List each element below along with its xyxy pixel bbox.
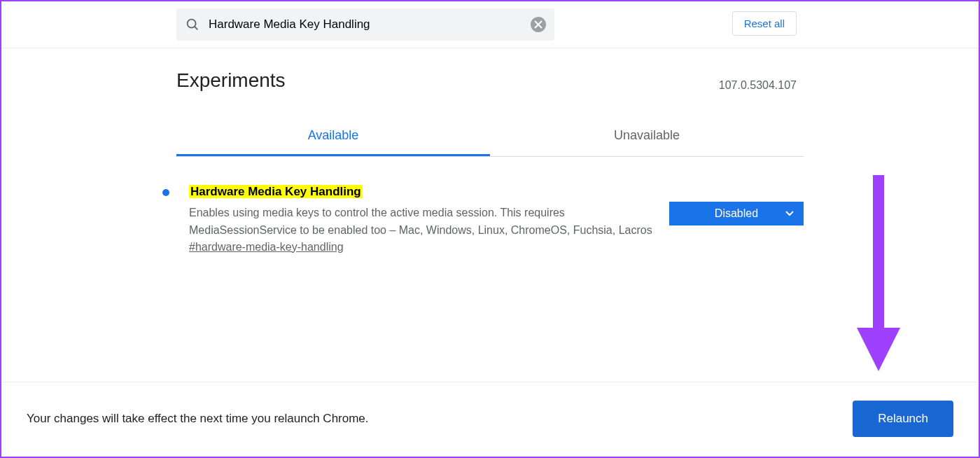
flag-body: Hardware Media Key Handling Enables usin… <box>189 185 655 254</box>
search-box[interactable] <box>176 8 554 41</box>
tabs: Available Unavailable <box>176 120 804 157</box>
flag-hash-link[interactable]: #hardware-media-key-handling <box>189 241 344 254</box>
dropdown-selected: Disabled <box>715 207 758 220</box>
modified-dot-icon <box>162 189 169 196</box>
restart-bar: Your changes will take effect the next t… <box>3 382 977 455</box>
close-icon <box>534 20 542 29</box>
flag-description: Enables using media keys to control the … <box>189 204 655 240</box>
relaunch-button[interactable]: Relaunch <box>853 401 953 437</box>
header-row: Reset all <box>1 1 979 48</box>
search-icon <box>185 17 200 32</box>
flag-state-dropdown[interactable]: Disabled <box>669 202 804 225</box>
restart-message: Your changes will take effect the next t… <box>27 412 369 426</box>
tab-unavailable[interactable]: Unavailable <box>490 120 804 156</box>
svg-point-0 <box>188 20 196 28</box>
tab-available[interactable]: Available <box>176 120 490 156</box>
svg-line-1 <box>195 27 197 29</box>
flag-row: Hardware Media Key Handling Enables usin… <box>176 157 804 254</box>
title-row: Experiments 107.0.5304.107 <box>176 48 804 106</box>
flag-title: Hardware Media Key Handling <box>189 185 363 198</box>
version-label: 107.0.5304.107 <box>719 79 797 92</box>
clear-search-button[interactable] <box>531 17 546 32</box>
svg-marker-5 <box>857 328 900 371</box>
reset-all-button[interactable]: Reset all <box>732 11 797 36</box>
chevron-down-icon <box>785 211 794 216</box>
page-title: Experiments <box>176 69 286 92</box>
main-content: Experiments 107.0.5304.107 Available Una… <box>1 48 979 254</box>
search-input[interactable] <box>209 18 522 32</box>
